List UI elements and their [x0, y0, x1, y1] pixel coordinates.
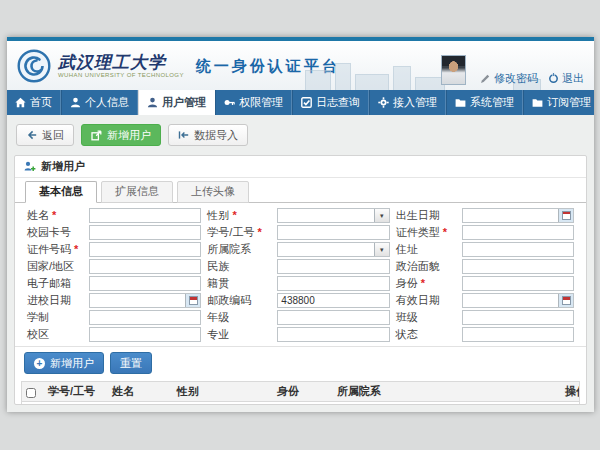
select-all-checkbox[interactable] — [26, 388, 36, 398]
toolbar: 返回 新增用户 数据导入 — [16, 124, 587, 146]
dropdown-arrow-button[interactable]: ▾ — [374, 209, 389, 222]
field-control-17 — [462, 293, 574, 308]
back-button[interactable]: 返回 — [16, 124, 74, 146]
required-asterisk: * — [440, 226, 447, 238]
nav-item-log-query[interactable]: 日志查询 — [292, 90, 369, 115]
avatar — [441, 55, 466, 85]
field-label-21: 校区 — [27, 327, 83, 342]
field-label-22: 专业 — [207, 327, 271, 342]
power-icon — [548, 72, 559, 84]
column-header-id: 学号/工号 — [44, 382, 108, 402]
field-control-11 — [462, 259, 574, 274]
calendar-button[interactable] — [558, 209, 573, 222]
pencil-icon — [480, 73, 491, 84]
import-icon — [178, 130, 189, 140]
field-control-15 — [89, 293, 201, 308]
field-input-14[interactable] — [462, 276, 574, 291]
tab-extended-info[interactable]: 扩展信息 — [101, 181, 173, 203]
logout-label: 退出 — [562, 71, 584, 85]
add-user-submit-button[interactable]: + 新增用户 — [24, 352, 104, 374]
field-control-22 — [277, 327, 389, 342]
folder-icon — [532, 97, 543, 108]
nav-item-profile[interactable]: 个人信息 — [61, 90, 138, 115]
field-label-13: 籍贯 — [207, 276, 271, 291]
field-label-15: 进校日期 — [27, 293, 83, 308]
university-wordmark: 武汉理工大学 WUHAN UNIVERSITY OF TECHNOLOGY — [58, 53, 184, 78]
field-input-16[interactable] — [277, 293, 389, 308]
nav-label: 首页 — [30, 95, 52, 110]
field-label-4: 学号/工号 * — [207, 225, 271, 240]
nav-item-system-management[interactable]: 系统管理 — [446, 90, 523, 115]
field-control-14 — [462, 276, 574, 291]
calendar-icon — [562, 296, 571, 305]
field-label-18: 学制 — [27, 310, 83, 325]
field-input-20[interactable] — [462, 310, 574, 325]
field-control-8 — [462, 242, 574, 257]
reset-button[interactable]: 重置 — [110, 352, 152, 374]
field-input-21[interactable] — [89, 327, 201, 342]
field-label-0: 姓名 * — [27, 208, 83, 223]
field-label-19: 年级 — [207, 310, 271, 325]
reset-button-label: 重置 — [120, 356, 142, 370]
required-asterisk: * — [254, 226, 261, 238]
field-input-0[interactable] — [89, 208, 201, 223]
nav-item-home[interactable]: 首页 — [7, 90, 61, 115]
nav-label: 接入管理 — [393, 95, 437, 110]
field-input-10[interactable] — [277, 259, 389, 274]
person-icon — [70, 97, 81, 108]
calendar-button[interactable] — [558, 294, 573, 307]
field-input-22[interactable] — [277, 327, 389, 342]
field-label-9: 国家/地区 — [27, 259, 83, 274]
field-input-3[interactable] — [89, 225, 201, 240]
new-user-toolbar-button[interactable]: 新增用户 — [81, 124, 161, 146]
gear-icon — [378, 97, 389, 108]
field-label-12: 电子邮箱 — [27, 276, 83, 291]
field-input-11[interactable] — [462, 259, 574, 274]
dropdown-arrow-button[interactable]: ▾ — [374, 243, 389, 256]
field-control-7: ▾ — [277, 242, 389, 257]
field-control-0 — [89, 208, 201, 223]
field-control-5 — [462, 225, 574, 240]
nav-item-subscription-management[interactable]: 订阅管理 — [523, 90, 594, 115]
field-input-5[interactable] — [462, 225, 574, 240]
field-input-23[interactable] — [462, 327, 574, 342]
calendar-button[interactable] — [185, 294, 200, 307]
field-input-18[interactable] — [89, 310, 201, 325]
field-control-21 — [89, 327, 201, 342]
section-title-bar: 新增用户 — [15, 156, 586, 178]
calendar-icon — [189, 296, 198, 305]
main-nav: 首页 个人信息 用户管理 权限管理 日志查询 — [7, 90, 594, 115]
field-label-16: 邮政编码 — [207, 293, 271, 308]
university-logo — [17, 49, 51, 83]
field-input-13[interactable] — [277, 276, 389, 291]
field-input-12[interactable] — [89, 276, 201, 291]
form-grid: 姓名 *性别 *▾出生日期校园卡号学号/工号 *证件类型 *证件号码 *所属院系… — [15, 203, 586, 347]
field-label-11: 政治面貌 — [396, 259, 456, 274]
required-asterisk: * — [418, 277, 425, 289]
logout-link[interactable]: 退出 — [548, 71, 584, 85]
field-label-17: 有效日期 — [396, 293, 456, 308]
data-import-button[interactable]: 数据导入 — [168, 124, 248, 146]
calendar-icon — [562, 211, 571, 220]
building-silhouette — [393, 66, 411, 90]
field-control-19 — [277, 310, 389, 325]
tab-bar: 基本信息 扩展信息 上传头像 — [15, 178, 586, 203]
nav-item-access-management[interactable]: 接入管理 — [369, 90, 446, 115]
nav-item-permission-management[interactable]: 权限管理 — [215, 90, 292, 115]
nav-item-user-management[interactable]: 用户管理 — [138, 90, 215, 115]
change-password-link[interactable]: 修改密码 — [480, 71, 538, 85]
field-control-6 — [89, 242, 201, 257]
person-icon — [147, 97, 158, 108]
new-user-icon — [91, 130, 102, 141]
field-label-5: 证件类型 * — [396, 225, 456, 240]
field-input-8[interactable] — [462, 242, 574, 257]
tab-basic-info[interactable]: 基本信息 — [25, 181, 97, 203]
tab-upload-photo[interactable]: 上传头像 — [177, 181, 249, 203]
plus-icon: + — [34, 358, 45, 369]
field-input-19[interactable] — [277, 310, 389, 325]
field-input-6[interactable] — [89, 242, 201, 257]
field-input-4[interactable] — [277, 225, 389, 240]
required-asterisk: * — [49, 209, 56, 221]
column-header-department: 所属院系 — [333, 382, 561, 402]
field-input-9[interactable] — [89, 259, 201, 274]
